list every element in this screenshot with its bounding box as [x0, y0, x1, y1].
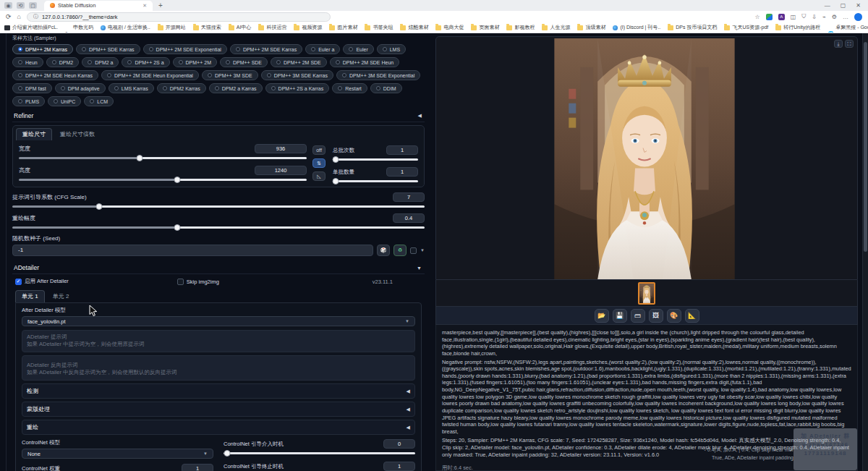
batch-size-slider[interactable] [333, 180, 418, 182]
seed-extra-caret-icon[interactable]: ▼ [420, 248, 425, 253]
controlnet-start-slider[interactable] [224, 452, 415, 454]
seed-extra-checkbox[interactable] [410, 247, 417, 254]
sampler-option[interactable]: DPM2 [46, 57, 79, 67]
batch-count-slider[interactable] [333, 158, 418, 161]
cfg-slider-handle[interactable] [95, 203, 102, 210]
url-field[interactable]: ⓘ 127.0.0.1:7860/?__theme=dark [27, 12, 331, 22]
sampler-option[interactable]: DPM adaptive [55, 83, 106, 93]
swap-dimensions-button[interactable]: ⇅ [312, 158, 326, 168]
sampler-option[interactable]: DPM++ 2M SDE [271, 57, 327, 67]
output-action-button[interactable]: 🖼 [649, 309, 663, 323]
settings-icon[interactable]: ⚙ [832, 14, 837, 20]
aspect-off-button[interactable]: off [312, 145, 326, 155]
random-seed-button[interactable]: 🎲 [377, 245, 390, 256]
bookmark-item[interactable]: 电视剧 / 生活审换.. [101, 24, 150, 31]
sampler-option[interactable]: DPM++ 2S a [122, 57, 169, 67]
bookmark-item[interactable]: DPs 投币项目文档 [668, 24, 717, 31]
adetailer-model-dropdown[interactable]: face_yolov8n.pt ▼ [22, 316, 415, 326]
bookmark-item[interactable]: 卓聚黑报 - Google [827, 24, 868, 31]
triangle-ruler-button[interactable]: ◺ [312, 171, 326, 181]
extension-icon-purple[interactable]: A [778, 14, 785, 20]
output-action-button[interactable]: 📐 [685, 309, 699, 323]
controlnet-model-dropdown[interactable]: None ▼ [22, 449, 213, 459]
browser-tab[interactable]: Stable Diffusion ✕ [44, 1, 153, 11]
height-slider[interactable] [19, 179, 307, 181]
controlnet-start-handle[interactable] [224, 450, 231, 457]
history-icon[interactable]: ⟲ [17, 2, 25, 9]
favorite-icon[interactable]: ☆ [755, 14, 760, 20]
bookmark-item[interactable]: 人生光源 [542, 24, 570, 31]
sampler-option[interactable]: LMS [377, 44, 406, 54]
adetailer-sub-accordion[interactable]: 检测 ◀ [22, 383, 415, 399]
sampler-option[interactable]: DPM++ 2M SDE Exponential [143, 44, 227, 54]
tab-close-icon[interactable]: ✕ [142, 3, 147, 9]
sampler-option[interactable]: DPM++ 2S a Karras [265, 83, 330, 93]
collections-icon[interactable]: ⛉ [801, 13, 806, 20]
download-icon[interactable]: ⇩ [812, 14, 817, 20]
workspace-icon[interactable]: ▢ [29, 2, 37, 9]
sampler-option[interactable]: LMS Karras [109, 83, 154, 93]
bookmark-item[interactable]: 电商大促 [435, 24, 464, 31]
sampler-option[interactable]: DPM++ SDE [220, 57, 268, 67]
output-action-button[interactable]: 📂 [595, 309, 609, 323]
controlnet-start-input[interactable]: 0 [383, 439, 415, 449]
share-icon[interactable]: ⌁ [822, 14, 826, 20]
output-action-button[interactable]: 💾 [613, 309, 627, 323]
sampler-option[interactable]: DPM2 Karras [157, 83, 206, 93]
output-action-button[interactable]: 🗃 [631, 309, 645, 323]
reuse-seed-button[interactable]: ♻ [393, 245, 407, 256]
width-input[interactable]: 936 [255, 144, 307, 153]
gallery-thumbnail[interactable] [638, 282, 655, 305]
home-icon[interactable]: ⌂ [17, 13, 21, 20]
sampler-option[interactable]: Euler [343, 44, 373, 54]
adetailer-accordion[interactable]: ADetailer ▼ [12, 262, 425, 274]
refiner-accordion[interactable]: Refiner ◀ [12, 110, 425, 122]
sampler-option[interactable]: DPM++ 3M SDE [202, 70, 258, 80]
skip-img2img-checkbox[interactable] [177, 279, 184, 285]
tab-unit-1[interactable]: 单元 1 [15, 290, 45, 302]
bookmark-item[interactable]: 科技运营 [258, 24, 286, 31]
new-tab-button[interactable]: + [158, 1, 163, 9]
cfg-slider[interactable] [12, 205, 425, 208]
bookmark-item[interactable]: 影视教程 [506, 24, 535, 31]
sampler-option[interactable]: DDIM [370, 83, 402, 93]
tab-resize-by[interactable]: 重绘尺寸倍数 [54, 128, 101, 140]
sampler-option[interactable]: DPM++ 3M SDE Exponential [336, 70, 420, 80]
width-slider-handle[interactable] [137, 155, 143, 161]
batch-size-handle[interactable] [332, 178, 339, 184]
cfg-input[interactable]: 7 [393, 192, 425, 202]
site-info-icon[interactable]: ⓘ [33, 13, 38, 20]
height-input[interactable]: 1240 [255, 166, 307, 175]
bookmark-item[interactable]: 炫酷素材 [400, 24, 428, 31]
controlnet-weight-input[interactable]: 1 [182, 464, 213, 471]
tab-unit-2[interactable]: 单元 2 [46, 290, 76, 302]
extension-icon-green[interactable] [766, 14, 773, 20]
bookmark-item[interactable]: 申数光码 [65, 24, 93, 31]
width-slider[interactable] [19, 157, 307, 159]
sampler-option[interactable]: DPM2 a Karras [209, 83, 263, 93]
bookmark-item[interactable]: 飞天US资源-pdf [724, 24, 768, 31]
download-image-icon[interactable]: ⤓ [834, 40, 843, 48]
sampler-option[interactable]: DPM++ 2M SDE Karras [230, 44, 302, 54]
bookmark-item[interactable]: 图片素材 [329, 24, 357, 31]
denoise-slider-handle[interactable] [174, 224, 181, 231]
bookmark-item[interactable]: 开源网站 [158, 24, 186, 31]
sampler-option[interactable]: Euler a [305, 44, 340, 54]
reader-icon[interactable]: ◫ [791, 14, 796, 20]
sampler-option[interactable]: DPM++ 2M Karras [12, 44, 73, 54]
sampler-option[interactable]: DPM2 a [82, 57, 119, 67]
bookmark-item[interactable]: 天猫搜索 [193, 24, 221, 31]
sampler-option[interactable]: DPM++ 3M SDE Karras [261, 70, 333, 80]
adetailer-sub-accordion[interactable]: 重绘 ◀ [22, 420, 415, 435]
sampler-option[interactable]: DPM++ 2M SDE Heun Karras [12, 70, 98, 80]
sampler-option[interactable]: DPM fast [12, 83, 52, 93]
batch-size-input[interactable]: 1 [386, 167, 418, 177]
sampler-option[interactable]: DPM++ 2M SDE Heun [330, 57, 399, 67]
batch-count-input[interactable]: 1 [386, 145, 418, 155]
page-scrollbar[interactable] [862, 33, 868, 471]
sampler-option[interactable]: PLMS [12, 96, 45, 106]
avatar[interactable] [854, 13, 862, 21]
bookmark-item[interactable]: 转行Unity的路程 [775, 24, 820, 31]
bookmark-item[interactable]: 书签夹组 [365, 24, 393, 31]
batch-count-handle[interactable] [332, 156, 339, 163]
